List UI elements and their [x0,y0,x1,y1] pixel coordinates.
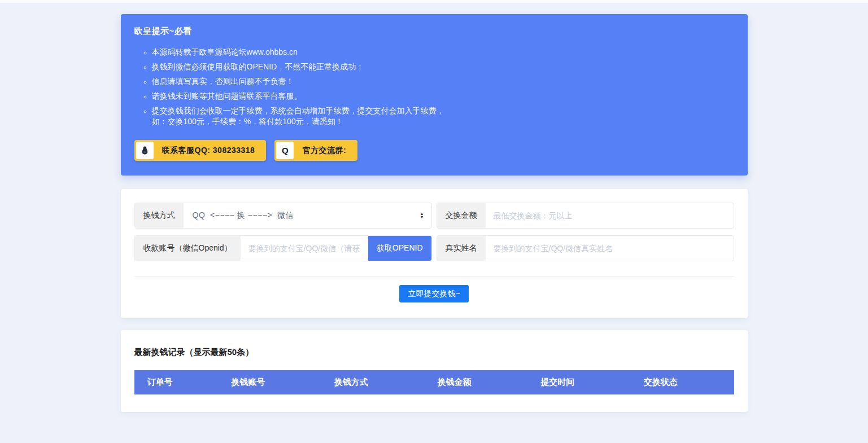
get-openid-button[interactable]: 获取OPENID [368,236,431,261]
real-name-group: 真实姓名 [437,235,734,261]
notice-list: 本源码转载于欧皇源码论坛www.ohbbs.cn 换钱到微信必须使用获取的OPE… [134,47,734,128]
notice-item: 本源码转载于欧皇源码论坛www.ohbbs.cn [152,47,734,58]
col-exchange-amount: 换钱金额 [424,370,527,394]
notice-item: 换钱到微信必须使用获取的OPENID，不然不能正常换成功； [152,62,734,73]
exchange-amount-group: 交换金额 [437,203,734,229]
official-group-button[interactable]: Q 官方交流群: [274,140,357,161]
top-strip [0,0,868,3]
receive-account-group: 收款账号（微信Openid） 获取OPENID [134,235,432,261]
exchange-form-card: 换钱方式 QQ <−−−− 换 −−−−> 微信 ▲▼ 交换金额 收款账号（微信… [121,189,748,318]
real-name-input[interactable] [486,236,734,261]
exchange-amount-input[interactable] [486,203,734,228]
exchange-amount-label: 交换金额 [437,203,486,228]
form-row-1: 换钱方式 QQ <−−−− 换 −−−−> 微信 ▲▼ 交换金额 [134,203,734,229]
records-table: 订单号 换钱账号 换钱方式 换钱金额 提交时间 交换状态 [134,370,734,394]
real-name-label: 真实姓名 [437,236,486,261]
form-row-2: 收款账号（微信Openid） 获取OPENID 真实姓名 [134,235,734,261]
exchange-method-label: 换钱方式 [135,203,184,228]
form-divider [134,276,734,277]
select-arrow-icon: ▲▼ [420,212,424,219]
col-order-id: 订单号 [134,370,219,394]
page-container: 欧皇提示~必看 本源码转载于欧皇源码论坛www.ohbbs.cn 换钱到微信必须… [121,14,748,412]
records-card: 最新换钱记录（显示最新50条） 订单号 换钱账号 换钱方式 换钱金额 提交时间 … [121,330,748,412]
notice-panel: 欧皇提示~必看 本源码转载于欧皇源码论坛www.ohbbs.cn 换钱到微信必须… [121,14,748,176]
col-exchange-account: 换钱账号 [218,370,321,394]
q-letter-icon: Q [276,142,294,159]
contact-qq-button[interactable]: 联系客服QQ: 308233318 [134,140,267,161]
official-group-label: 官方交流群: [302,146,346,156]
exchange-method-value: QQ <−−−− 换 −−−−> 微信 [193,210,294,221]
submit-row: 立即提交换钱~ [134,285,734,302]
qq-penguin-icon [136,142,154,159]
exchange-method-select[interactable]: QQ <−−−− 换 −−−−> 微信 ▲▼ [184,203,431,228]
records-header-row: 订单号 换钱账号 换钱方式 换钱金额 提交时间 交换状态 [134,370,734,394]
records-title: 最新换钱记录（显示最新50条） [134,347,734,358]
submit-exchange-button[interactable]: 立即提交换钱~ [399,285,468,302]
notice-item: 信息请填写真实，否则出问题不予负责！ [152,76,734,87]
exchange-method-group: 换钱方式 QQ <−−−− 换 −−−−> 微信 ▲▼ [134,203,432,229]
notice-title: 欧皇提示~必看 [134,26,734,37]
col-exchange-status: 交换状态 [631,370,734,394]
notice-item: 诺换钱未到账等其他问题请联系平台客服。 [152,91,734,102]
col-exchange-method: 换钱方式 [321,370,425,394]
notice-buttons-row: 联系客服QQ: 308233318 Q 官方交流群: [134,140,734,161]
col-submit-time: 提交时间 [527,370,631,394]
receive-account-label: 收款账号（微信Openid） [135,236,241,261]
contact-qq-label: 联系客服QQ: 308233318 [162,146,255,156]
notice-item: 提交换钱我们会收取一定手续费，系统会自动增加手续费，提交支付会加入手续费， 如：… [152,106,734,128]
receive-account-input[interactable] [241,236,368,261]
